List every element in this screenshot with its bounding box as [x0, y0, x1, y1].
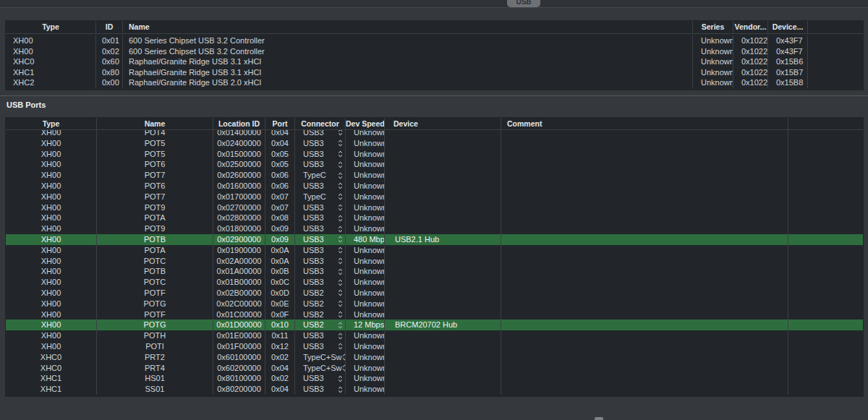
usb-port-row[interactable]: XHC0PRT40x602000000x04TypeC+SwUnknown [6, 363, 863, 374]
usb-port-row[interactable]: XH00POT60x025000000x05USB3Unknown [6, 159, 863, 170]
cell-vendor: 0x1022 [733, 77, 768, 88]
usb-port-row[interactable]: XH00POTG0x01D000000x10USB212 MbpsBRCM207… [6, 320, 863, 330]
connector-select[interactable]: TypeC+Sw [295, 363, 346, 374]
connector-select[interactable]: USB2 [295, 309, 346, 320]
usb-port-row[interactable]: XH00POT90x027000000x07USB3Unknown [6, 202, 863, 213]
column-header-connector[interactable]: Connector [295, 118, 346, 129]
connector-value: TypeC [303, 170, 326, 181]
cell-name: PRT4 [97, 363, 213, 374]
usb-port-row[interactable]: XH00POT50x015000000x05USB3Unknown [6, 149, 863, 160]
controller-row[interactable]: XHC20x00Raphael/Granite Ridge USB 2.0 xH… [6, 77, 863, 88]
cell-port: 0x07 [265, 192, 295, 202]
cell-name: POTF [97, 288, 213, 299]
usb-port-row[interactable]: XH00POTC0x02A000000x0AUSB3Unknown [6, 256, 863, 267]
connector-value: USB3 [303, 159, 324, 170]
usb-port-row[interactable]: XH00POTC0x01B000000x0CUSB3Unknown [6, 277, 863, 288]
cell-spacer [808, 56, 863, 67]
connector-value: USB3 [303, 149, 324, 160]
column-header-name[interactable]: Name [97, 118, 213, 129]
cell-device: 0x15B7 [768, 67, 808, 78]
clipped-bottom-control [595, 417, 603, 420]
connector-select[interactable]: USB3 [295, 202, 346, 213]
cell-type: XH00 [6, 223, 97, 234]
usb-port-row[interactable]: XHC0PRT20x601000000x02TypeC+SwUnknown [6, 352, 863, 363]
connector-value: USB2 [303, 320, 324, 330]
controller-row[interactable]: XHC00x60Raphael/Granite Ridge USB 3.1 xH… [6, 56, 863, 67]
usb-port-row[interactable]: XH00POTF0x01C000000x0FUSB2Unknown [6, 309, 863, 320]
ports-table-header: TypeNameLocation IDPortConnectorDev Spee… [6, 118, 863, 130]
tab-usb[interactable]: USB [507, 0, 540, 7]
cell-id: 0x01 [96, 35, 123, 46]
connector-select[interactable]: USB3 [295, 234, 346, 245]
connector-value: USB3 [303, 373, 324, 384]
column-header-device[interactable]: Device... [768, 21, 808, 33]
usb-port-row[interactable]: XH00POTH0x01E000000x11USB3Unknown [6, 330, 863, 341]
column-header-port[interactable]: Port [265, 118, 295, 129]
connector-select[interactable]: USB3 [295, 159, 346, 170]
connector-select[interactable]: USB3 [295, 384, 346, 395]
cell-location_id: 0x01400000 [213, 130, 265, 138]
cell-spacer [808, 46, 863, 57]
cell-location_id: 0x80100000 [213, 373, 265, 384]
ports-table-body: XH00POT40x014000000x04USB3UnknownXH00POT… [6, 130, 863, 395]
usb-port-row[interactable]: XH00POT50x024000000x04USB3Unknown [6, 138, 863, 149]
controller-row[interactable]: XH000x01600 Series Chipset USB 3.2 Contr… [6, 35, 863, 46]
cell-type: XH00 [6, 213, 97, 223]
usb-port-row[interactable]: XH00POT70x026000000x06TypeCUnknown [6, 170, 863, 181]
usb-port-row[interactable]: XH00POT60x016000000x06USB3Unknown [6, 181, 863, 192]
cell-type: XH00 [6, 309, 97, 320]
cell-vendor: 0x1022 [733, 67, 768, 78]
usb-port-row[interactable]: XH00POTI0x01F000000x12USB3Unknown [6, 341, 863, 352]
connector-select[interactable]: TypeC [295, 192, 346, 202]
controller-row[interactable]: XHC10x80Raphael/Granite Ridge USB 3.1 xH… [6, 67, 863, 78]
connector-select[interactable]: USB3 [295, 130, 346, 138]
connector-select[interactable]: USB3 [295, 223, 346, 234]
column-header-location_id[interactable]: Location ID [213, 118, 265, 129]
column-header-dev_speed[interactable]: Dev Speed [346, 118, 385, 129]
connector-select[interactable]: TypeC [295, 170, 346, 181]
column-header-series[interactable]: Series [693, 21, 733, 33]
column-header-type[interactable]: Type [6, 21, 96, 33]
usb-port-row[interactable]: XHC1SS010x802000000x04USB3Unknown [6, 384, 863, 395]
usb-port-row[interactable]: XH00POTA0x019000000x0AUSB3Unknown [6, 245, 863, 256]
cell-type: XH00 [6, 159, 97, 170]
cell-device: BRCM20702 Hub [385, 320, 501, 330]
connector-select[interactable]: USB3 [295, 213, 346, 223]
cell-dev_speed: Unknown [346, 373, 385, 384]
connector-select[interactable]: USB2 [295, 299, 346, 309]
ports-table-viewport[interactable]: XH00POT40x014000000x04USB3UnknownXH00POT… [6, 130, 863, 396]
usb-port-row[interactable]: XH00POT90x018000000x09USB3Unknown [6, 223, 863, 234]
column-header-vendor[interactable]: Vendor... [733, 21, 768, 33]
column-header-type[interactable]: Type [6, 118, 97, 129]
usb-port-row[interactable]: XH00POTB0x01A000000x0BUSB3Unknown [6, 266, 863, 277]
connector-select[interactable]: USB3 [295, 266, 346, 277]
usb-port-row[interactable]: XH00POT40x014000000x04USB3Unknown [6, 130, 863, 138]
column-header-id[interactable]: ID [96, 21, 123, 33]
connector-select[interactable]: USB3 [295, 149, 346, 160]
connector-select[interactable]: USB2 [295, 288, 346, 299]
connector-select[interactable]: USB3 [295, 256, 346, 267]
usb-port-row[interactable]: XHC1HS010x801000000x02USB3Unknown [6, 373, 863, 384]
usb-port-row[interactable]: XH00POTB0x029000000x09USB3480 MbpsUSB2.1… [6, 234, 863, 245]
connector-select[interactable]: USB3 [295, 245, 346, 256]
connector-select[interactable]: USB3 [295, 373, 346, 384]
connector-select[interactable]: USB3 [295, 277, 346, 288]
connector-select[interactable]: USB2 [295, 320, 346, 330]
connector-select[interactable]: USB3 [295, 341, 346, 352]
usb-port-row[interactable]: XH00POTA0x028000000x08USB3Unknown [6, 213, 863, 223]
usb-port-row[interactable]: XH00POTG0x02C000000x0EUSB2Unknown [6, 299, 863, 309]
connector-select[interactable]: USB3 [295, 181, 346, 192]
usb-ports-label: USB Ports [7, 100, 46, 109]
connector-value: USB3 [303, 384, 324, 395]
cell-type: XH00 [6, 192, 97, 202]
usb-port-row[interactable]: XH00POTF0x02B000000x0DUSB2Unknown [6, 288, 863, 299]
connector-select[interactable]: USB3 [295, 330, 346, 341]
column-header-name[interactable]: Name [123, 21, 693, 33]
cell-name: POT7 [97, 170, 213, 181]
controller-row[interactable]: XH000x02600 Series Chipset USB 3.2 Contr… [6, 46, 863, 57]
connector-select[interactable]: TypeC+Sw [295, 352, 346, 363]
connector-select[interactable]: USB3 [295, 138, 346, 149]
column-header-device[interactable]: Device [385, 118, 501, 129]
usb-port-row[interactable]: XH00POT70x017000000x07TypeCUnknown [6, 192, 863, 202]
column-header-comment[interactable]: Comment [501, 118, 788, 129]
